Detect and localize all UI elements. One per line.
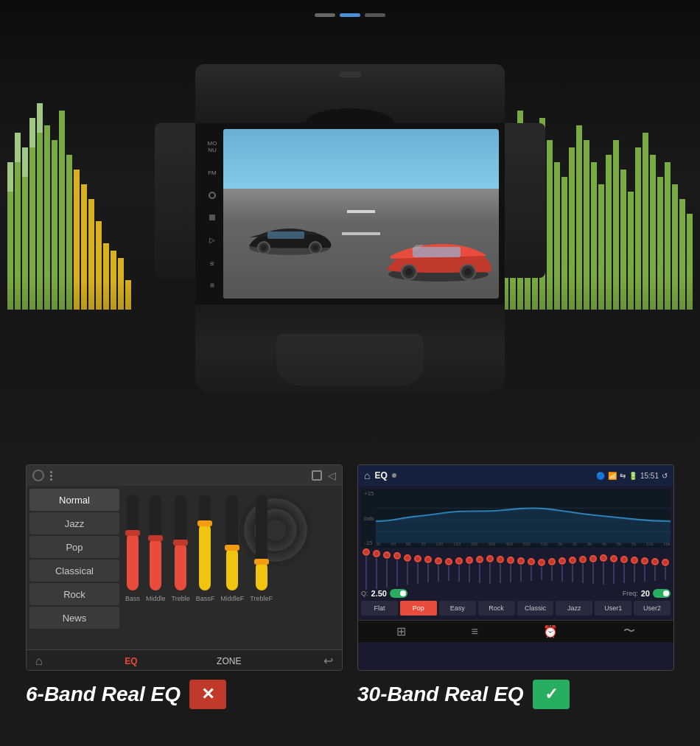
band-knob-6[interactable]: [414, 555, 421, 562]
band-12[interactable]: [476, 556, 483, 583]
clock-icon[interactable]: ⏰: [543, 624, 558, 638]
preset30-user1[interactable]: User1: [595, 601, 631, 616]
band-knob-24[interactable]: [600, 554, 607, 562]
band-knob-19[interactable]: [548, 558, 556, 565]
power-btn[interactable]: [209, 192, 216, 199]
band-knob-26[interactable]: [620, 556, 628, 563]
freq-toggle[interactable]: [653, 589, 671, 598]
zone-nav-label[interactable]: ZONE: [217, 656, 241, 666]
band-knob-29[interactable]: [651, 558, 659, 565]
refresh-icon[interactable]: ↺: [662, 472, 668, 480]
band-25[interactable]: [610, 555, 617, 584]
ctrl-btn2[interactable]: ▷: [209, 236, 215, 244]
preset-normal[interactable]: Normal: [29, 489, 119, 511]
band-knob-23[interactable]: [589, 555, 597, 562]
treblef-thumb[interactable]: [254, 559, 269, 565]
band-9[interactable]: [445, 558, 452, 581]
band-6[interactable]: [414, 555, 421, 584]
band-30[interactable]: [662, 559, 669, 580]
band-knob-18[interactable]: [538, 559, 545, 566]
band-knob-25[interactable]: [610, 555, 617, 562]
preset30-pop[interactable]: Pop: [400, 601, 437, 616]
band-20[interactable]: [559, 557, 566, 582]
band-knob-13[interactable]: [486, 555, 494, 562]
band-knob-27[interactable]: [631, 557, 638, 564]
middle-slider[interactable]: Middle: [146, 495, 166, 602]
wave-icon[interactable]: 〜: [623, 624, 635, 639]
preset-rock[interactable]: Rock: [29, 583, 119, 605]
home-nav-btn[interactable]: ⌂: [32, 655, 46, 668]
band-2[interactable]: [373, 550, 380, 589]
band-26[interactable]: [620, 556, 628, 583]
middle-thumb[interactable]: [148, 535, 163, 541]
band-knob-1[interactable]: [363, 548, 370, 556]
treble-thumb[interactable]: [173, 540, 188, 545]
band-knob-17[interactable]: [528, 558, 535, 565]
band-18[interactable]: [538, 559, 545, 580]
band-knob-15[interactable]: [507, 557, 514, 564]
treblef-slider[interactable]: TrebleF: [250, 495, 273, 602]
band-knob-3[interactable]: [383, 551, 391, 559]
band-4[interactable]: [393, 552, 401, 586]
treble-track[interactable]: [175, 495, 186, 590]
band-15[interactable]: [507, 557, 514, 582]
grid-icon[interactable]: ⊞: [396, 624, 406, 638]
ctrl-btn1[interactable]: [209, 215, 215, 220]
bass-track[interactable]: [127, 495, 139, 590]
band-11[interactable]: [466, 557, 473, 582]
back-nav-btn[interactable]: ↩: [321, 654, 336, 668]
band-knob-21[interactable]: [569, 557, 576, 564]
band-knob-16[interactable]: [517, 557, 525, 565]
preset30-user2[interactable]: User2: [634, 601, 671, 616]
band-16[interactable]: [517, 557, 525, 582]
bassf-thumb[interactable]: [197, 520, 212, 526]
window-icon[interactable]: [312, 470, 322, 481]
band-29[interactable]: [651, 558, 659, 581]
ctrl-btn3[interactable]: ≡: [210, 259, 214, 268]
preset30-classic[interactable]: Classic: [517, 601, 554, 616]
band-knob-8[interactable]: [435, 557, 442, 565]
band-knob-30[interactable]: [662, 559, 669, 566]
middlef-thumb[interactable]: [225, 545, 239, 551]
preset-classical[interactable]: Classical: [29, 560, 119, 582]
band-knob-4[interactable]: [393, 552, 401, 560]
band-7[interactable]: [424, 556, 432, 582]
band-knob-9[interactable]: [445, 558, 452, 565]
band-knob-12[interactable]: [476, 556, 483, 563]
band-21[interactable]: [569, 557, 576, 582]
band-knob-10[interactable]: [455, 557, 463, 565]
preset30-easy[interactable]: Easy: [439, 601, 476, 616]
bass-slider[interactable]: Bass: [125, 495, 140, 602]
band-knob-14[interactable]: [497, 556, 504, 563]
band-19[interactable]: [548, 558, 556, 581]
band-27[interactable]: [631, 557, 638, 582]
band-23[interactable]: [589, 555, 597, 584]
treble-slider[interactable]: Treble: [172, 495, 190, 602]
band-13[interactable]: [486, 555, 494, 584]
bassf-track[interactable]: [199, 495, 211, 590]
band-knob-22[interactable]: [579, 556, 587, 563]
bass-thumb[interactable]: [125, 530, 140, 536]
eq30-home-icon[interactable]: ⌂: [364, 470, 370, 481]
band-1[interactable]: [363, 548, 370, 590]
band-28[interactable]: [641, 557, 648, 582]
band-22[interactable]: [579, 556, 587, 583]
preset30-jazz[interactable]: Jazz: [556, 601, 592, 616]
list-icon[interactable]: ≡: [472, 625, 478, 638]
band-3[interactable]: [383, 551, 391, 588]
band-knob-2[interactable]: [373, 550, 380, 557]
band-14[interactable]: [497, 556, 504, 583]
band-5[interactable]: [404, 554, 411, 585]
middlef-track[interactable]: [226, 495, 238, 590]
band-knob-5[interactable]: [404, 554, 411, 562]
back-arrow[interactable]: ◁: [328, 470, 336, 481]
q-toggle[interactable]: [390, 589, 407, 598]
band-knob-28[interactable]: [641, 557, 648, 565]
middlef-slider[interactable]: MiddleF: [220, 495, 244, 602]
band-17[interactable]: [528, 558, 535, 581]
middle-track[interactable]: [150, 495, 161, 590]
treblef-track[interactable]: [256, 495, 267, 590]
menu-dots[interactable]: [50, 471, 52, 481]
band-knob-20[interactable]: [559, 557, 566, 565]
band-8[interactable]: [435, 557, 442, 582]
